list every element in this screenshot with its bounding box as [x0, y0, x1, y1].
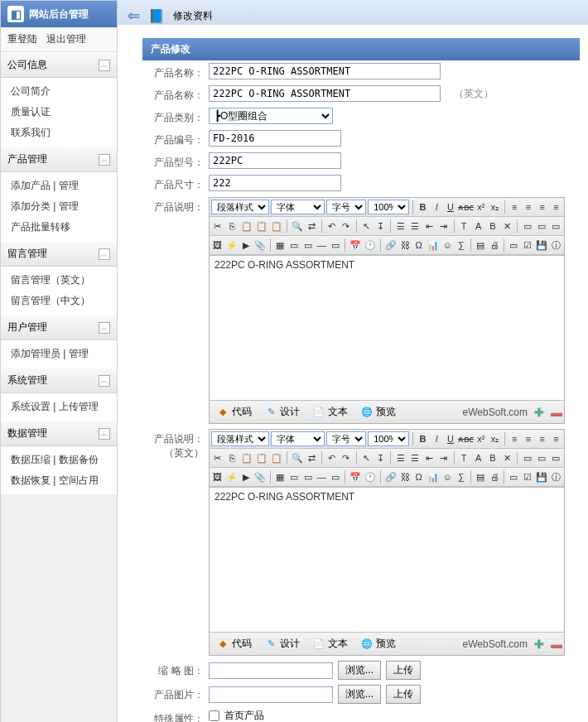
paste-word-icon[interactable]: 📋	[270, 450, 283, 465]
menu-group-head[interactable]: 公司信息︿	[1, 52, 117, 78]
menu-item[interactable]: 留言管理（英文）	[1, 270, 117, 291]
outdent-icon[interactable]: ⇥	[437, 219, 450, 233]
paste-text-icon[interactable]: 📋	[255, 219, 268, 233]
bold-icon[interactable]: B	[417, 431, 429, 446]
zoom-in-icon[interactable]: ✚	[534, 638, 544, 651]
pointer-icon[interactable]: ↖	[359, 450, 372, 465]
media-icon[interactable]: ▶	[240, 469, 253, 484]
input-name[interactable]	[209, 63, 441, 79]
image-icon[interactable]: 🖼	[211, 469, 224, 484]
time-icon[interactable]: 🕐	[364, 238, 377, 253]
print-icon[interactable]: 🖨	[489, 469, 501, 484]
select-font-2[interactable]: 字体	[271, 431, 325, 446]
upload-thumb-button[interactable]: 上传	[386, 661, 421, 680]
indent-icon[interactable]: ⇤	[423, 219, 436, 233]
relogin-link[interactable]: 重登陆	[7, 33, 37, 45]
menu-group-head[interactable]: 数据管理︿	[1, 421, 117, 446]
flash-icon[interactable]: ⚡	[225, 469, 239, 484]
checkbox-icon[interactable]: ☑	[522, 238, 534, 253]
clear-icon[interactable]: ✕	[501, 219, 513, 233]
time-icon[interactable]: 🕐	[364, 469, 377, 484]
media-icon[interactable]: ▶	[240, 238, 253, 253]
strike-icon[interactable]: ᴀʙᴄ	[458, 431, 473, 446]
eq-icon[interactable]: ∑	[455, 238, 468, 253]
sub-icon[interactable]: x₂	[489, 431, 501, 446]
file-icon[interactable]: 📎	[253, 238, 267, 253]
select-size-2[interactable]: 字号	[326, 431, 366, 446]
zoom-out-icon[interactable]: ▬	[551, 638, 562, 651]
replace-icon[interactable]: ⇄	[306, 450, 318, 465]
tab-design[interactable]: ✎设计	[259, 634, 306, 653]
chevron-up-icon[interactable]: ︿	[99, 428, 110, 440]
align-justify-icon[interactable]: ≡	[550, 431, 562, 446]
select-zoom[interactable]: 100%	[368, 200, 409, 214]
form-icon[interactable]: ▭	[508, 238, 520, 253]
input-size[interactable]	[209, 175, 341, 191]
browse-images-button[interactable]: 浏览...	[338, 685, 381, 704]
anchor-icon[interactable]: ↧	[374, 450, 387, 465]
menu-group-head[interactable]: 产品管理︿	[1, 147, 117, 172]
emot-icon[interactable]: ☺	[441, 238, 454, 253]
checkbox-homepage[interactable]	[209, 710, 219, 721]
menu-item[interactable]: 质量认证	[1, 102, 117, 123]
align-right-icon[interactable]: ≡	[536, 431, 548, 446]
date-icon[interactable]: 📅	[349, 238, 362, 253]
tab-preview[interactable]: 🌐预览	[355, 402, 402, 421]
input-code[interactable]	[209, 130, 341, 147]
iframe-icon[interactable]: ▭	[301, 469, 314, 484]
excel-icon[interactable]: 📊	[427, 469, 440, 484]
strike-icon[interactable]: ᴀʙᴄ	[458, 200, 473, 214]
input-model[interactable]	[209, 152, 341, 169]
chevron-up-icon[interactable]: ︿	[99, 60, 110, 71]
clear-icon[interactable]: ✕	[501, 450, 513, 465]
paste-icon[interactable]: 📋	[240, 219, 253, 233]
menu-item[interactable]: 系统设置 | 上传管理	[1, 397, 117, 417]
page-icon[interactable]: ▤	[475, 238, 487, 253]
menu-group-head[interactable]: 用户管理︿	[1, 315, 117, 340]
insert-obj2-icon[interactable]: ▭	[535, 219, 547, 233]
symbol-icon[interactable]: Ω	[412, 469, 425, 484]
menu-item[interactable]: 产品批量转移	[1, 217, 117, 238]
redo-icon[interactable]: ↷	[340, 450, 352, 465]
about-icon[interactable]: ⓘ	[550, 238, 562, 253]
insert-obj3-icon[interactable]: ▭	[550, 450, 562, 465]
chevron-up-icon[interactable]: ︿	[99, 322, 110, 334]
menu-item[interactable]: 数据恢复 | 空间占用	[1, 470, 117, 491]
hilite-icon[interactable]: B	[486, 450, 499, 465]
undo-icon[interactable]: ↶	[325, 219, 338, 233]
backcolor-icon[interactable]: A	[472, 450, 484, 465]
menu-item[interactable]: 添加管理员 | 管理	[1, 344, 117, 364]
underline-icon[interactable]: U	[445, 200, 457, 214]
select-zoom-2[interactable]: 100%	[368, 431, 409, 446]
editor-body[interactable]: 222PC O-RING ASSORTMENT	[210, 255, 564, 400]
editor-body-en[interactable]: 222PC O-RING ASSORTMENT	[210, 487, 564, 632]
align-justify-icon[interactable]: ≡	[550, 200, 562, 214]
logout-link[interactable]: 退出管理	[46, 33, 86, 45]
hr-icon[interactable]: —	[316, 238, 328, 253]
italic-icon[interactable]: I	[431, 431, 443, 446]
fieldset-icon[interactable]: ▭	[288, 238, 301, 253]
date-icon[interactable]: 📅	[349, 469, 362, 484]
menu-group-head[interactable]: 留言管理︿	[1, 241, 117, 267]
tab-code[interactable]: ◆代码	[211, 402, 258, 421]
image-icon[interactable]: 🖼	[211, 238, 224, 253]
align-center-icon[interactable]: ≡	[523, 200, 535, 214]
about-icon[interactable]: ⓘ	[550, 469, 562, 484]
list-bullet-icon[interactable]: ☰	[409, 219, 422, 233]
tab-text[interactable]: 📄文本	[307, 402, 354, 421]
chevron-up-icon[interactable]: ︿	[99, 375, 110, 387]
fieldset-icon[interactable]: ▭	[288, 469, 301, 484]
chevron-up-icon[interactable]: ︿	[99, 248, 110, 260]
cut-icon[interactable]: ✂	[211, 219, 224, 233]
anchor-icon[interactable]: ↧	[374, 219, 387, 233]
paste-word-icon[interactable]: 📋	[270, 219, 283, 233]
align-left-icon[interactable]: ≡	[508, 431, 521, 446]
table-icon[interactable]: ▦	[274, 238, 287, 253]
excel-icon[interactable]: 📊	[427, 238, 440, 253]
menu-item[interactable]: 添加分类 | 管理	[1, 196, 117, 217]
indent-icon[interactable]: ⇤	[423, 450, 436, 465]
menu-group-head[interactable]: 系统管理︿	[1, 368, 117, 393]
insert-obj-icon[interactable]: ▭	[521, 450, 533, 465]
form-icon[interactable]: ▭	[508, 469, 520, 484]
align-left-icon[interactable]: ≡	[508, 200, 521, 214]
